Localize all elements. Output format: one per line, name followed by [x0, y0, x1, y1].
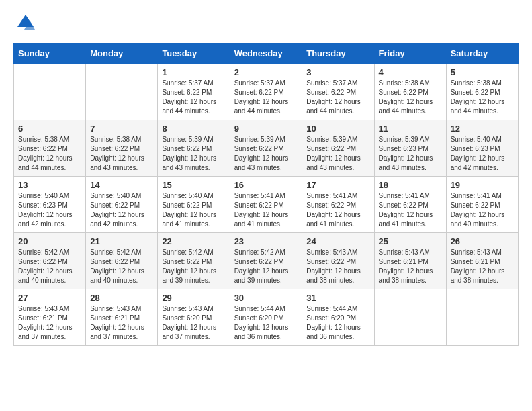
calendar-week-row: 27Sunrise: 5:43 AM Sunset: 6:21 PM Dayli…: [14, 289, 519, 346]
calendar-day-header: Sunday: [14, 44, 86, 64]
cell-content: Sunrise: 5:42 AM Sunset: 6:22 PM Dayligh…: [162, 248, 225, 285]
calendar-table: SundayMondayTuesdayWednesdayThursdayFrid…: [13, 43, 519, 346]
cell-content: Sunrise: 5:43 AM Sunset: 6:22 PM Dayligh…: [306, 248, 369, 285]
day-number: 24: [306, 236, 369, 246]
calendar-cell: 6Sunrise: 5:38 AM Sunset: 6:22 PM Daylig…: [14, 120, 86, 177]
cell-content: Sunrise: 5:40 AM Sunset: 6:23 PM Dayligh…: [18, 191, 81, 229]
calendar-week-row: 20Sunrise: 5:42 AM Sunset: 6:22 PM Dayli…: [14, 233, 519, 289]
cell-content: Sunrise: 5:44 AM Sunset: 6:20 PM Dayligh…: [306, 304, 369, 342]
day-number: 31: [306, 293, 369, 303]
day-number: 9: [234, 124, 298, 134]
day-number: 28: [90, 293, 153, 303]
cell-content: Sunrise: 5:42 AM Sunset: 6:22 PM Dayligh…: [18, 248, 81, 285]
day-number: 30: [234, 293, 298, 303]
day-number: 3: [306, 67, 369, 77]
day-number: 12: [451, 124, 514, 134]
calendar-cell: 12Sunrise: 5:40 AM Sunset: 6:23 PM Dayli…: [446, 120, 518, 177]
calendar-cell: [14, 64, 86, 120]
calendar-cell: 29Sunrise: 5:43 AM Sunset: 6:20 PM Dayli…: [158, 289, 230, 346]
calendar-day-header: Saturday: [446, 44, 518, 64]
calendar-cell: 17Sunrise: 5:41 AM Sunset: 6:22 PM Dayli…: [302, 177, 374, 233]
calendar-cell: 31Sunrise: 5:44 AM Sunset: 6:20 PM Dayli…: [302, 289, 374, 346]
cell-content: Sunrise: 5:38 AM Sunset: 6:22 PM Dayligh…: [90, 135, 153, 173]
day-number: 8: [162, 124, 225, 134]
calendar-day-header: Wednesday: [230, 44, 302, 64]
cell-content: Sunrise: 5:43 AM Sunset: 6:21 PM Dayligh…: [18, 304, 81, 342]
cell-content: Sunrise: 5:38 AM Sunset: 6:22 PM Dayligh…: [18, 135, 81, 173]
calendar-cell: [374, 289, 446, 346]
day-number: 17: [306, 180, 369, 190]
cell-content: Sunrise: 5:39 AM Sunset: 6:22 PM Dayligh…: [162, 135, 225, 173]
cell-content: Sunrise: 5:41 AM Sunset: 6:22 PM Dayligh…: [379, 191, 442, 229]
day-number: 4: [379, 67, 442, 77]
day-number: 23: [234, 236, 298, 246]
cell-content: Sunrise: 5:41 AM Sunset: 6:22 PM Dayligh…: [451, 191, 514, 229]
calendar-cell: [86, 64, 158, 120]
cell-content: Sunrise: 5:39 AM Sunset: 6:23 PM Dayligh…: [379, 135, 442, 173]
day-number: 19: [451, 180, 514, 190]
calendar-cell: 22Sunrise: 5:42 AM Sunset: 6:22 PM Dayli…: [158, 233, 230, 289]
calendar-cell: 26Sunrise: 5:43 AM Sunset: 6:21 PM Dayli…: [446, 233, 518, 289]
cell-content: Sunrise: 5:42 AM Sunset: 6:22 PM Dayligh…: [90, 248, 153, 285]
calendar-day-header: Friday: [374, 44, 446, 64]
page-header: [13, 13, 519, 32]
day-number: 14: [90, 180, 153, 190]
cell-content: Sunrise: 5:41 AM Sunset: 6:22 PM Dayligh…: [306, 191, 369, 229]
calendar-day-header: Monday: [86, 44, 158, 64]
calendar-cell: 1Sunrise: 5:37 AM Sunset: 6:22 PM Daylig…: [158, 64, 230, 120]
calendar-cell: [446, 289, 518, 346]
day-number: 10: [306, 124, 369, 134]
logo: [13, 13, 35, 32]
cell-content: Sunrise: 5:37 AM Sunset: 6:22 PM Dayligh…: [162, 79, 225, 116]
day-number: 27: [18, 293, 81, 303]
day-number: 29: [162, 293, 225, 303]
calendar-cell: 3Sunrise: 5:37 AM Sunset: 6:22 PM Daylig…: [302, 64, 374, 120]
cell-content: Sunrise: 5:40 AM Sunset: 6:22 PM Dayligh…: [90, 191, 153, 229]
calendar-cell: 20Sunrise: 5:42 AM Sunset: 6:22 PM Dayli…: [14, 233, 86, 289]
calendar-cell: 30Sunrise: 5:44 AM Sunset: 6:20 PM Dayli…: [230, 289, 302, 346]
cell-content: Sunrise: 5:43 AM Sunset: 6:21 PM Dayligh…: [90, 304, 153, 342]
day-number: 13: [18, 180, 81, 190]
day-number: 25: [379, 236, 442, 246]
calendar-cell: 2Sunrise: 5:37 AM Sunset: 6:22 PM Daylig…: [230, 64, 302, 120]
cell-content: Sunrise: 5:43 AM Sunset: 6:21 PM Dayligh…: [379, 248, 442, 285]
calendar-day-header: Tuesday: [158, 44, 230, 64]
calendar-week-row: 13Sunrise: 5:40 AM Sunset: 6:23 PM Dayli…: [14, 177, 519, 233]
calendar-cell: 14Sunrise: 5:40 AM Sunset: 6:22 PM Dayli…: [86, 177, 158, 233]
calendar-cell: 9Sunrise: 5:39 AM Sunset: 6:22 PM Daylig…: [230, 120, 302, 177]
calendar-week-row: 1Sunrise: 5:37 AM Sunset: 6:22 PM Daylig…: [14, 64, 519, 120]
calendar-cell: 16Sunrise: 5:41 AM Sunset: 6:22 PM Dayli…: [230, 177, 302, 233]
day-number: 22: [162, 236, 225, 246]
calendar-cell: 10Sunrise: 5:39 AM Sunset: 6:22 PM Dayli…: [302, 120, 374, 177]
calendar-cell: 4Sunrise: 5:38 AM Sunset: 6:22 PM Daylig…: [374, 64, 446, 120]
cell-content: Sunrise: 5:40 AM Sunset: 6:22 PM Dayligh…: [162, 191, 225, 229]
day-number: 16: [234, 180, 298, 190]
cell-content: Sunrise: 5:37 AM Sunset: 6:22 PM Dayligh…: [306, 79, 369, 116]
calendar-cell: 24Sunrise: 5:43 AM Sunset: 6:22 PM Dayli…: [302, 233, 374, 289]
calendar-cell: 25Sunrise: 5:43 AM Sunset: 6:21 PM Dayli…: [374, 233, 446, 289]
calendar-cell: 5Sunrise: 5:38 AM Sunset: 6:22 PM Daylig…: [446, 64, 518, 120]
calendar-cell: 27Sunrise: 5:43 AM Sunset: 6:21 PM Dayli…: [14, 289, 86, 346]
cell-content: Sunrise: 5:43 AM Sunset: 6:20 PM Dayligh…: [162, 304, 225, 342]
calendar-cell: 7Sunrise: 5:38 AM Sunset: 6:22 PM Daylig…: [86, 120, 158, 177]
calendar-day-header: Thursday: [302, 44, 374, 64]
cell-content: Sunrise: 5:37 AM Sunset: 6:22 PM Dayligh…: [234, 79, 298, 116]
calendar-cell: 21Sunrise: 5:42 AM Sunset: 6:22 PM Dayli…: [86, 233, 158, 289]
calendar-cell: 23Sunrise: 5:42 AM Sunset: 6:22 PM Dayli…: [230, 233, 302, 289]
day-number: 21: [90, 236, 153, 246]
cell-content: Sunrise: 5:41 AM Sunset: 6:22 PM Dayligh…: [234, 191, 298, 229]
cell-content: Sunrise: 5:39 AM Sunset: 6:22 PM Dayligh…: [306, 135, 369, 173]
calendar-cell: 18Sunrise: 5:41 AM Sunset: 6:22 PM Dayli…: [374, 177, 446, 233]
cell-content: Sunrise: 5:39 AM Sunset: 6:22 PM Dayligh…: [234, 135, 298, 173]
calendar-week-row: 6Sunrise: 5:38 AM Sunset: 6:22 PM Daylig…: [14, 120, 519, 177]
calendar-cell: 19Sunrise: 5:41 AM Sunset: 6:22 PM Dayli…: [446, 177, 518, 233]
day-number: 20: [18, 236, 81, 246]
cell-content: Sunrise: 5:44 AM Sunset: 6:20 PM Dayligh…: [234, 304, 298, 342]
day-number: 7: [90, 124, 153, 134]
cell-content: Sunrise: 5:40 AM Sunset: 6:23 PM Dayligh…: [451, 135, 514, 173]
calendar-cell: 28Sunrise: 5:43 AM Sunset: 6:21 PM Dayli…: [86, 289, 158, 346]
day-number: 15: [162, 180, 225, 190]
calendar-cell: 8Sunrise: 5:39 AM Sunset: 6:22 PM Daylig…: [158, 120, 230, 177]
day-number: 2: [234, 67, 298, 77]
calendar-cell: 13Sunrise: 5:40 AM Sunset: 6:23 PM Dayli…: [14, 177, 86, 233]
